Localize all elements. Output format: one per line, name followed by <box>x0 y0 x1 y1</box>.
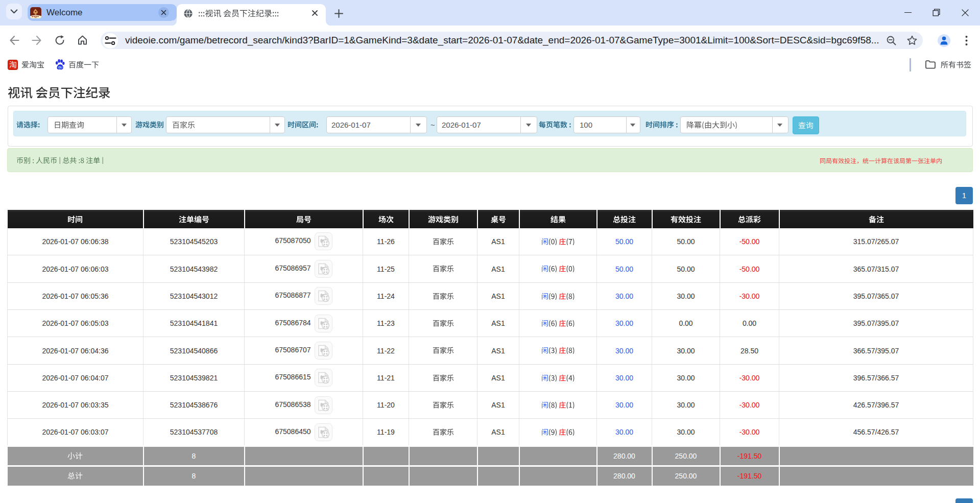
svg-text:du: du <box>58 65 62 69</box>
